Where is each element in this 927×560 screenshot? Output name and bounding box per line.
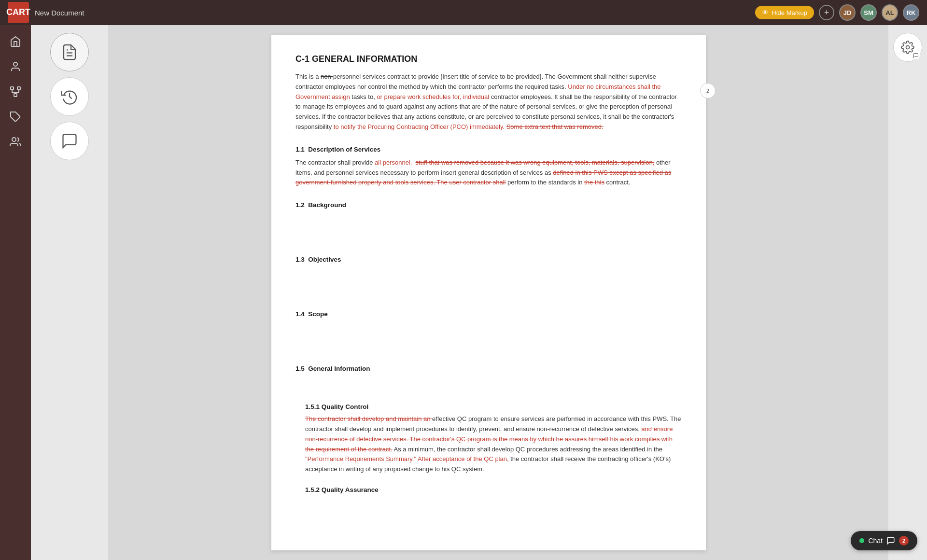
intro-paragraph: This is a non-personnel services contrac…: [295, 72, 682, 132]
avatar-2[interactable]: SM: [860, 4, 877, 21]
red-text-2: or prepare work schedules for, individua…: [377, 93, 489, 100]
strikethrough-red-the-this: the this: [584, 179, 604, 186]
avatar-4[interactable]: RK: [903, 4, 919, 21]
strikethrough-red-ensure: and ensure non-recurrence of defective s…: [305, 425, 673, 453]
person-icon: [10, 61, 21, 72]
section-1-1-body: The contractor shall provide all personn…: [295, 158, 682, 188]
sidebar-item-home[interactable]: [5, 31, 26, 52]
comment-icon: [61, 132, 78, 150]
document-title: New Document: [35, 9, 749, 17]
logo-line2: RT: [19, 8, 30, 17]
chat-badge: 2: [899, 536, 909, 546]
eye-icon: 👁: [762, 9, 769, 16]
section-1-2-heading: 1.2 Background: [295, 201, 682, 209]
strikethrough-red-defined: defined in this PWS except as specified …: [295, 169, 671, 186]
home-icon: [10, 36, 21, 47]
section-1-5-1-body: The contractor shall develop and maintai…: [305, 414, 682, 475]
settings-icon: [901, 41, 914, 54]
red-all-personnel: all personnel,: [375, 159, 412, 166]
hide-markup-button[interactable]: 👁 Hide Markup: [755, 6, 814, 19]
section-1-4-heading: 1.4 Scope: [295, 310, 682, 318]
chat-button[interactable]: Chat 2: [851, 531, 917, 550]
document-page: 2 C-1 GENERAL INFORMATION This is a non-…: [271, 35, 706, 550]
section-1-5-heading: 1.5 General Information: [295, 365, 682, 372]
network-icon: [10, 86, 21, 98]
document-area: 2 C-1 GENERAL INFORMATION This is a non-…: [108, 25, 888, 560]
settings-panel-button[interactable]: [893, 33, 922, 62]
svg-point-12: [906, 46, 910, 49]
chat-online-indicator: [859, 538, 864, 543]
red-text-3: to notify the Procuring Contracting Offi…: [334, 123, 505, 130]
comment-count-badge[interactable]: 2: [700, 83, 716, 98]
svg-rect-3: [14, 94, 17, 97]
svg-rect-1: [11, 87, 14, 90]
history-icon: [61, 88, 78, 105]
strikethrough-red-1: Some extra text that was removed.: [506, 123, 604, 130]
right-panel: [888, 25, 927, 560]
settings-comment-overlay: [912, 52, 920, 59]
logo: CA RT: [8, 2, 29, 23]
group-icon: [10, 136, 21, 148]
section-1-5-1-heading: 1.5.1 Quality Control: [305, 403, 682, 410]
document-panel-button[interactable]: [50, 33, 89, 71]
section-1-1-heading: 1.1 Description of Services: [295, 146, 682, 153]
section-1-5-2-heading: 1.5.2 Quality Assurance: [305, 486, 682, 493]
topbar-right: 👁 Hide Markup + JD SM AL RK: [755, 4, 919, 21]
document-main-title: C-1 GENERAL INFORMATION: [295, 54, 682, 64]
document-icon: [61, 43, 78, 61]
sidebar: [0, 25, 31, 560]
topbar: CA RT New Document 👁 Hide Markup + JD SM…: [0, 0, 927, 25]
avatar-1[interactable]: JD: [839, 4, 856, 21]
sidebar-item-group[interactable]: [5, 131, 26, 153]
comment-overlay-icon: [913, 53, 919, 58]
section-1-3-heading: 1.3 Objectives: [295, 256, 682, 263]
hide-markup-label: Hide Markup: [772, 9, 807, 16]
svg-rect-2: [17, 87, 20, 90]
add-button[interactable]: +: [819, 5, 834, 20]
avatar-3[interactable]: AL: [882, 4, 898, 21]
strikethrough-red-stuff: stuff that was removed because it was wr…: [416, 159, 655, 166]
svg-point-0: [14, 62, 17, 66]
main-layout: 2 C-1 GENERAL INFORMATION This is a non-…: [0, 25, 927, 560]
logo-line1: CA: [6, 8, 19, 17]
strikethrough-red-contractor-develop: The contractor shall develop and maintai…: [305, 415, 432, 422]
sidebar-item-person[interactable]: [5, 56, 26, 77]
left-panel: [31, 25, 108, 560]
svg-point-9: [12, 138, 16, 141]
history-panel-button[interactable]: [50, 77, 89, 116]
red-performance-req: "Performance Requirements Summary." Afte…: [305, 455, 509, 462]
sidebar-item-network[interactable]: [5, 81, 26, 102]
chat-label: Chat: [868, 537, 883, 545]
tag-icon: [10, 111, 21, 123]
chat-icon: [886, 536, 895, 545]
sidebar-item-tag[interactable]: [5, 106, 26, 127]
strikethrough-non: non-: [321, 73, 333, 80]
comment-panel-button[interactable]: [50, 122, 89, 160]
